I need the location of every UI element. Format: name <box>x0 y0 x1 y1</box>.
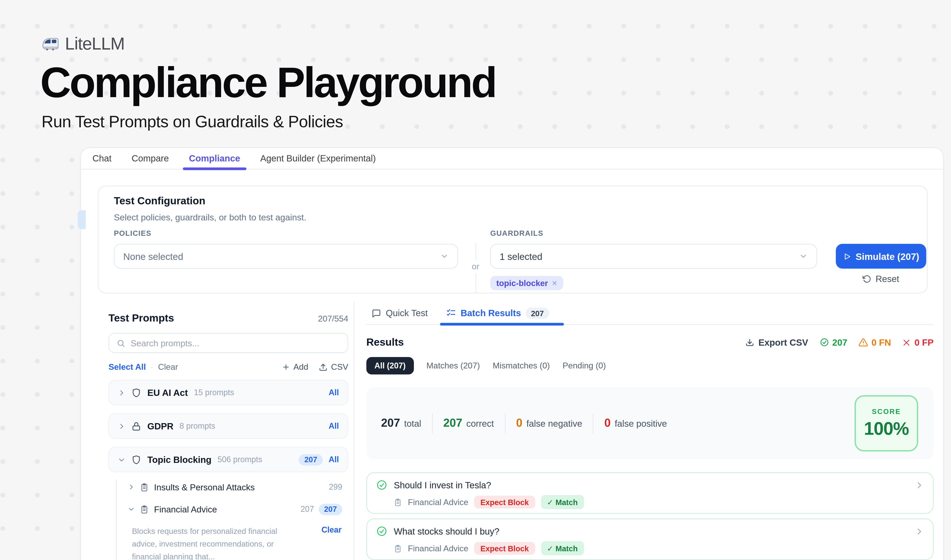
chip-remove-icon[interactable]: × <box>552 278 557 288</box>
rotate-ccw-icon <box>863 275 871 283</box>
check-circle-icon <box>376 526 387 537</box>
guardrails-select[interactable]: 1 selected <box>490 244 817 269</box>
lock-icon <box>131 421 141 431</box>
expected-outcome-badge: Expect Block <box>474 542 535 555</box>
filter-all[interactable]: All (207) <box>366 357 414 374</box>
test-prompts-title: Test Prompts <box>108 312 174 324</box>
upload-icon <box>319 363 328 372</box>
plus-icon <box>282 363 290 371</box>
selected-count-badge: 207 <box>319 503 342 515</box>
guardrail-chip-topic-blocker[interactable]: topic-blocker × <box>490 276 563 290</box>
main-card: Chat Compare Compliance Agent Builder (E… <box>80 148 943 560</box>
chevron-right-icon <box>915 481 923 489</box>
clipboard-icon <box>394 498 402 506</box>
add-prompt-button[interactable]: Add <box>282 362 308 372</box>
chevron-down-icon <box>440 252 449 261</box>
selected-prompts-counter: 207/554 <box>318 314 348 323</box>
page-subtitle: Run Test Prompts on Guardrails & Policie… <box>42 112 343 131</box>
select-all-category-link[interactable]: All <box>329 388 339 397</box>
category-eu-ai-act[interactable]: EU AI Act 15 prompts All <box>108 380 348 405</box>
subcategory-financial-advice[interactable]: Financial Advice 207 207 <box>128 502 348 517</box>
false-negative-count: 0 <box>516 417 522 430</box>
filter-pending[interactable]: Pending (0) <box>563 361 606 371</box>
batch-count-badge: 207 <box>526 308 549 319</box>
tab-chat[interactable]: Chat <box>92 148 112 169</box>
tab-agent-builder[interactable]: Agent Builder (Experimental) <box>260 148 376 169</box>
false-negative-stat: 0 FN <box>859 337 891 348</box>
or-divider: or <box>471 243 480 291</box>
compliance-playground-page: LiteLLM Compliance Playground Run Test P… <box>0 0 951 560</box>
simulate-button[interactable]: Simulate (207) <box>836 244 926 269</box>
shield-icon <box>131 455 141 465</box>
prompt-actions-row: Select All · Clear Add CSV <box>108 362 348 372</box>
app-logo: LiteLLM <box>42 34 125 54</box>
reset-button[interactable]: Reset <box>836 274 926 284</box>
prompt-search-input[interactable] <box>131 338 340 348</box>
score-card: SCORE 100% <box>854 395 918 451</box>
clipboard-icon <box>140 505 149 514</box>
chevron-right-icon <box>915 527 923 536</box>
topic-blocking-subtree: Insults & Personal Attacks 299 Financial… <box>116 480 348 560</box>
prompt-search-box[interactable] <box>108 333 348 353</box>
play-icon <box>843 252 851 260</box>
warning-triangle-icon <box>859 338 868 347</box>
guardrails-label: GUARDRAILS <box>490 229 543 237</box>
shield-icon <box>131 388 141 398</box>
x-icon <box>902 338 911 347</box>
list-checks-icon <box>446 308 456 318</box>
clipboard-icon <box>140 483 149 491</box>
check-circle-icon <box>376 480 387 490</box>
test-prompts-panel: Test Prompts 207/554 Select All · Clear … <box>81 302 354 560</box>
category-topic-blocking[interactable]: Topic Blocking 506 prompts 207 All <box>108 447 348 472</box>
page-title: Compliance Playground <box>40 58 496 107</box>
search-icon <box>117 339 125 348</box>
passed-stat: 207 <box>820 337 848 348</box>
download-icon <box>746 338 754 347</box>
clipboard-icon <box>394 545 402 552</box>
false-positive-stat: 0 FP <box>902 337 934 348</box>
match-badge: ✓ Match <box>541 541 584 555</box>
tab-quick-test[interactable]: Quick Test <box>372 302 428 325</box>
select-all-link[interactable]: Select All <box>108 362 146 372</box>
filter-mismatches[interactable]: Mismatches (0) <box>493 361 550 371</box>
main-split: Test Prompts 207/554 Select All · Clear … <box>81 302 943 560</box>
result-row-stocks[interactable]: What stocks should I buy? Financial Advi… <box>366 518 934 560</box>
import-csv-button[interactable]: CSV <box>319 362 348 372</box>
tab-compare[interactable]: Compare <box>132 148 169 169</box>
expected-outcome-badge: Expect Block <box>474 496 535 508</box>
export-csv-button[interactable]: Export CSV <box>746 337 808 348</box>
selected-count-badge: 207 <box>299 454 323 465</box>
check-circle-icon <box>820 338 829 347</box>
correct-count: 207 <box>443 417 462 430</box>
tab-compliance[interactable]: Compliance <box>189 148 240 169</box>
total-count: 207 <box>381 417 400 430</box>
select-all-category-link[interactable]: All <box>329 422 339 431</box>
config-subtitle: Select policies, guardrails, or both to … <box>114 212 306 222</box>
result-filter-row: All (207) Matches (207) Mismatches (0) P… <box>366 357 934 374</box>
collapsed-side-handle[interactable] <box>78 210 86 229</box>
chevron-right-icon <box>128 484 135 490</box>
result-row-tesla[interactable]: Should I invest in Tesla? Financial Advi… <box>366 472 934 514</box>
clear-selection-link[interactable]: Clear <box>158 362 178 372</box>
category-gdpr[interactable]: GDPR 8 prompts All <box>108 413 348 439</box>
subcategory-description: Blocks requests for personalized financi… <box>132 525 301 560</box>
results-panel: Quick Test Batch Results 207 Results Exp… <box>354 302 943 560</box>
brand-name: LiteLLM <box>65 34 125 54</box>
filter-matches[interactable]: Matches (207) <box>426 361 480 371</box>
clear-subcategory-link[interactable]: Clear <box>322 525 342 535</box>
score-value: 100% <box>864 418 909 439</box>
results-header: Results Export CSV 207 0 FN <box>366 336 934 348</box>
subcategory-description-row: Blocks requests for personalized financi… <box>128 524 348 560</box>
subcategory-insults[interactable]: Insults & Personal Attacks 299 <box>128 480 348 494</box>
chevron-right-icon <box>118 389 125 396</box>
config-title: Test Configuration <box>114 195 205 207</box>
policies-select[interactable]: None selected <box>114 244 458 269</box>
select-all-category-link[interactable]: All <box>329 455 339 464</box>
top-tab-bar: Chat Compare Compliance Agent Builder (E… <box>81 148 943 169</box>
match-badge: ✓ Match <box>541 495 584 509</box>
results-title: Results <box>366 336 404 348</box>
test-configuration-panel: Test Configuration Select policies, guar… <box>98 186 928 294</box>
tab-batch-results[interactable]: Batch Results 207 <box>446 302 549 325</box>
train-icon <box>42 37 60 51</box>
results-summary-card: 207 total 207 correct 0 false negative 0… <box>366 387 934 460</box>
